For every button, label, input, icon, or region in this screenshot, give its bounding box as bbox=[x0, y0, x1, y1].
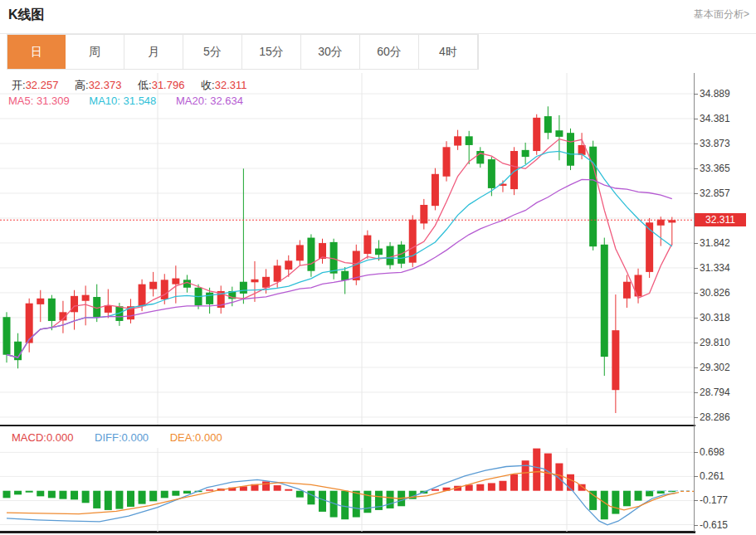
axis-tickmark bbox=[694, 293, 698, 294]
ma5-label: MA5: bbox=[8, 95, 33, 107]
high-value: 32.373 bbox=[89, 79, 122, 91]
axis-tick-label: 32.857 bbox=[700, 187, 753, 199]
open-label: 开: bbox=[12, 79, 26, 91]
candlestick-chart[interactable] bbox=[0, 73, 694, 425]
diff-value: 0.000 bbox=[122, 431, 149, 444]
axis-tick-label: 29.302 bbox=[700, 362, 753, 373]
axis-tickmark bbox=[694, 476, 698, 477]
axis-tickmark bbox=[694, 500, 698, 501]
axis-tickmark bbox=[694, 268, 698, 269]
close-label: 收: bbox=[201, 79, 215, 91]
axis-tickmark bbox=[694, 452, 698, 453]
current-price-badge: 32.311 bbox=[695, 213, 746, 226]
ma20-label: MA20: bbox=[176, 95, 207, 107]
axis-tickmark bbox=[694, 94, 698, 95]
low-label: 低: bbox=[138, 79, 152, 91]
axis-tick-label: 28.794 bbox=[700, 387, 753, 398]
axis-tick-label: -0.177 bbox=[700, 494, 753, 506]
axis-tick-label: 34.889 bbox=[700, 88, 753, 100]
tab-周[interactable]: 周 bbox=[66, 35, 124, 69]
tab-15分[interactable]: 15分 bbox=[242, 35, 301, 69]
axis-tick-label: 31.334 bbox=[700, 262, 753, 274]
axis-tick-label: 31.842 bbox=[700, 237, 753, 249]
axis-tick-label: 28.286 bbox=[700, 411, 753, 423]
axis-tick-label: 30.318 bbox=[700, 312, 753, 323]
axis-tickmark bbox=[694, 367, 698, 368]
tab-60分[interactable]: 60分 bbox=[360, 35, 419, 69]
ma-readout: MA5: 31.309 MA10: 31.548 MA20: 32.634 bbox=[8, 95, 260, 107]
axis-tick-label: 0.698 bbox=[700, 446, 753, 458]
ma20-value: 32.634 bbox=[210, 95, 243, 107]
panel-separator bbox=[0, 425, 695, 426]
axis-tick-label: 0.261 bbox=[700, 470, 753, 482]
macd-label: MACD: bbox=[12, 431, 46, 444]
high-label: 高: bbox=[75, 79, 89, 91]
axis-tick-label: 33.873 bbox=[700, 138, 753, 149]
ohlc-readout: 开:32.257 高:32.373 低:31.796 收:32.311 bbox=[12, 78, 260, 93]
ma5-value: 31.309 bbox=[37, 95, 70, 107]
axis-tickmark bbox=[694, 318, 698, 319]
axis-tickmark bbox=[694, 392, 698, 393]
axis-tickmark bbox=[694, 417, 698, 418]
ma10-value: 31.548 bbox=[124, 95, 157, 107]
tab-月[interactable]: 月 bbox=[124, 35, 183, 69]
axis-tick-label: 29.810 bbox=[700, 337, 753, 348]
macd-readout: MACD:0.000 DIFF:0.000 DEA:0.000 bbox=[12, 431, 241, 444]
axis-tickmark bbox=[694, 243, 698, 244]
axis-tick-label: -0.615 bbox=[700, 519, 753, 531]
tab-4时[interactable]: 4时 bbox=[419, 35, 478, 69]
close-value: 32.311 bbox=[215, 79, 247, 91]
ma10-label: MA10: bbox=[89, 95, 120, 107]
page-title: K线图 bbox=[8, 7, 45, 24]
fundamental-analysis-link[interactable]: 基本面分析> bbox=[694, 7, 749, 22]
axis-tickmark bbox=[694, 525, 698, 526]
axis-tickmark bbox=[694, 143, 698, 144]
tab-5分[interactable]: 5分 bbox=[183, 35, 242, 69]
low-value: 31.796 bbox=[152, 79, 185, 91]
axis-tick-label: 33.365 bbox=[700, 163, 753, 174]
tab-30分[interactable]: 30分 bbox=[301, 35, 360, 69]
dea-label: DEA: bbox=[170, 431, 195, 444]
price-axis-line bbox=[694, 73, 695, 532]
macd-chart[interactable] bbox=[0, 448, 694, 532]
tab-日[interactable]: 日 bbox=[7, 35, 66, 69]
axis-tick-label: 34.381 bbox=[700, 113, 753, 124]
dea-value: 0.000 bbox=[195, 431, 222, 444]
diff-label: DIFF: bbox=[95, 431, 122, 444]
macd-value: 0.000 bbox=[46, 431, 74, 444]
axis-tickmark bbox=[694, 119, 698, 119]
axis-tickmark bbox=[694, 343, 698, 343]
axis-tickmark bbox=[694, 193, 698, 194]
axis-tickmark bbox=[694, 168, 698, 169]
period-tabbar: 日周月5分15分30分60分4时 bbox=[7, 34, 479, 70]
open-value: 32.257 bbox=[26, 79, 59, 91]
axis-tick-label: 30.826 bbox=[700, 287, 753, 299]
